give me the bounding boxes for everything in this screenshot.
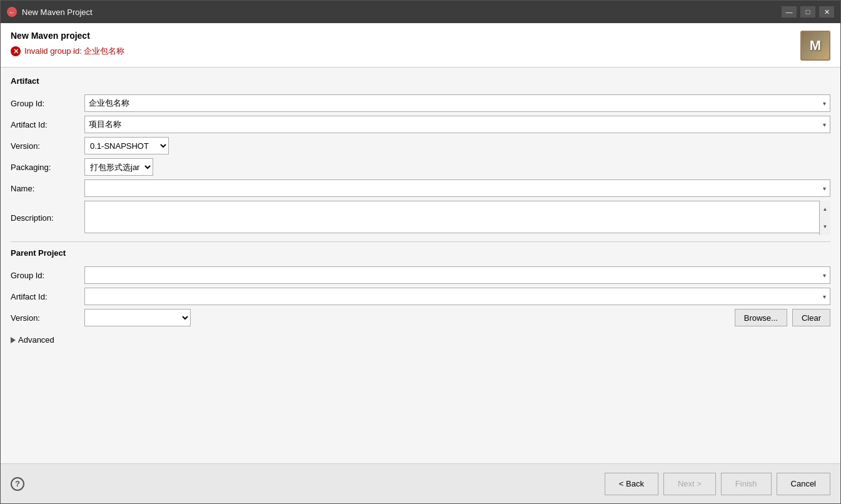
minimize-button[interactable]: — [782, 6, 797, 18]
header-area: New Maven project ✕ Invalid group id: 企业… [1, 23, 840, 68]
error-text: Invalid group id: 企业包名称 [24, 46, 124, 57]
description-scroll-down-button[interactable]: ▼ [820, 218, 830, 236]
packaging-select[interactable]: 打包形式选jar jar war pom [84, 158, 153, 176]
packaging-label: Packaging: [11, 163, 79, 172]
footer-buttons: < Back Next > Finish Cancel [605, 473, 830, 495]
parent-group-id-label: Group Id: [11, 271, 79, 280]
error-icon: ✕ [11, 46, 21, 56]
group-id-label: Group Id: [11, 99, 79, 108]
description-textarea[interactable] [84, 201, 830, 233]
artifact-id-label: Artifact Id: [11, 120, 79, 129]
window-title: New Maven Project [22, 8, 93, 17]
parent-section: Parent Project Group Id: ▾ Artifact Id: … [11, 248, 830, 326]
version-select[interactable]: 0.1-SNAPSHOT 0.0.1-SNAPSHOT 1.0-SNAPSHOT [84, 137, 169, 154]
group-id-value: 企业包名称 [89, 98, 129, 109]
description-wrapper: ▲ ▼ [84, 201, 830, 235]
advanced-toggle[interactable]: Advanced [11, 335, 830, 345]
parent-artifact-id-arrow-icon: ▾ [823, 293, 826, 300]
content-area: Artifact Group Id: 企业包名称 ▾ Artifact Id: … [1, 68, 840, 463]
advanced-section: Advanced [11, 335, 830, 345]
parent-form: Group Id: ▾ Artifact Id: ▾ Version: [11, 266, 830, 326]
browse-button[interactable]: Browse... [735, 309, 787, 326]
parent-version-select[interactable] [84, 309, 191, 326]
group-id-arrow-icon: ▾ [823, 100, 826, 107]
artifact-id-combo[interactable]: 项目名称 ▾ [84, 116, 830, 133]
parent-artifact-id-label: Artifact Id: [11, 292, 79, 301]
parent-section-header: Parent Project [11, 248, 830, 260]
name-arrow-icon: ▾ [823, 185, 826, 192]
artifact-id-arrow-icon: ▾ [823, 121, 826, 128]
parent-version-row: Browse... Clear [84, 309, 830, 326]
description-label: Description: [11, 213, 79, 223]
back-button[interactable]: < Back [605, 473, 658, 495]
name-label: Name: [11, 184, 79, 193]
artifact-id-value: 项目名称 [89, 119, 121, 130]
window-icon: ← [7, 7, 17, 17]
advanced-triangle-icon [11, 337, 16, 343]
name-combo[interactable]: ▾ [84, 179, 830, 197]
group-id-combo[interactable]: 企业包名称 ▾ [84, 94, 830, 112]
cancel-button[interactable]: Cancel [777, 473, 830, 495]
finish-button[interactable]: Finish [721, 473, 772, 495]
version-row: 0.1-SNAPSHOT 0.0.1-SNAPSHOT 1.0-SNAPSHOT [84, 137, 830, 154]
error-line: ✕ Invalid group id: 企业包名称 [11, 46, 124, 57]
advanced-label: Advanced [18, 335, 54, 345]
footer: ? < Back Next > Finish Cancel [1, 463, 840, 503]
parent-group-id-arrow-icon: ▾ [823, 272, 826, 279]
parent-group-id-combo[interactable]: ▾ [84, 266, 830, 284]
separator-1 [11, 241, 830, 242]
maximize-button[interactable]: □ [800, 6, 815, 18]
description-scroll-up-button[interactable]: ▲ [820, 201, 830, 218]
parent-version-label: Version: [11, 313, 79, 323]
artifact-form: Group Id: 企业包名称 ▾ Artifact Id: 项目名称 ▾ Ve… [11, 94, 830, 235]
dialog-title: New Maven project [11, 31, 124, 41]
main-window: ← New Maven Project — □ ✕ New Maven proj… [0, 0, 841, 504]
window-controls: — □ ✕ [782, 6, 834, 18]
packaging-row: 打包形式选jar jar war pom [84, 158, 830, 176]
parent-artifact-id-combo[interactable]: ▾ [84, 288, 830, 305]
title-bar: ← New Maven Project — □ ✕ [1, 1, 840, 23]
help-button[interactable]: ? [11, 477, 24, 491]
next-button[interactable]: Next > [663, 473, 716, 495]
footer-left: ? [11, 477, 24, 491]
clear-button[interactable]: Clear [792, 309, 830, 326]
header-left: New Maven project ✕ Invalid group id: 企业… [11, 31, 124, 57]
close-button[interactable]: ✕ [819, 6, 834, 18]
description-scrollbar: ▲ ▼ [819, 201, 830, 235]
maven-logo: M [800, 31, 830, 61]
artifact-section-header: Artifact [11, 76, 830, 88]
version-label: Version: [11, 141, 79, 151]
